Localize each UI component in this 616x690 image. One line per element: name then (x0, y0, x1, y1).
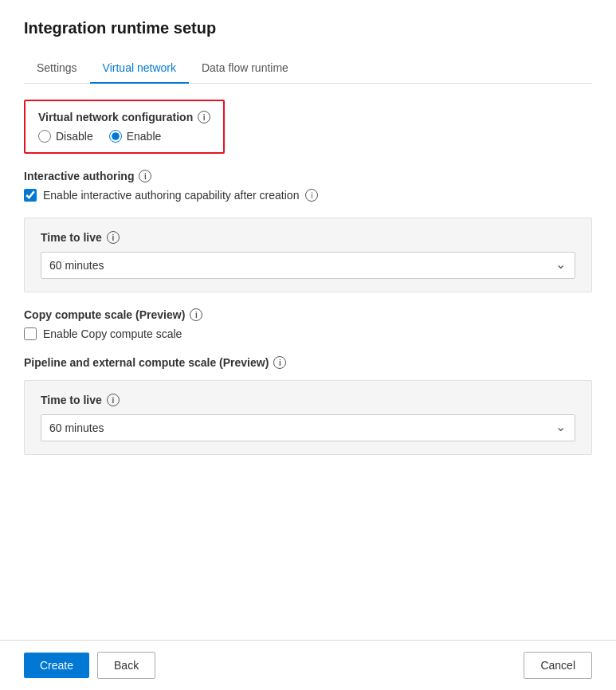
radio-disable[interactable]: Disable (38, 130, 93, 143)
virtual-network-config-label: Virtual network configuration (38, 111, 193, 123)
copy-compute-scale-checkbox-label: Enable Copy compute scale (43, 327, 182, 340)
tab-virtual-network[interactable]: Virtual network (90, 53, 189, 84)
radio-disable-input[interactable] (38, 130, 51, 143)
pipeline-external-compute-section: Pipeline and external compute scale (Pre… (24, 356, 592, 455)
time-to-live-panel-1: Time to live i 0 minutes 15 minutes 30 m… (24, 218, 592, 292)
radio-enable-label: Enable (127, 130, 162, 143)
time-to-live-1-select[interactable]: 0 minutes 15 minutes 30 minutes 60 minut… (41, 252, 575, 279)
time-to-live-1-label: Time to live (41, 231, 102, 244)
time-to-live-1-info-icon[interactable]: i (107, 231, 120, 244)
create-button[interactable]: Create (24, 653, 89, 678)
copy-compute-scale-section: Copy compute scale (Preview) i Enable Co… (24, 308, 592, 340)
back-button[interactable]: Back (97, 652, 155, 679)
interactive-authoring-checkbox-row: Enable interactive authoring capability … (24, 189, 592, 202)
pipeline-external-compute-info-icon[interactable]: i (273, 356, 286, 369)
time-to-live-2-select-wrapper: 0 minutes 15 minutes 30 minutes 60 minut… (41, 414, 575, 441)
tab-settings[interactable]: Settings (24, 53, 90, 84)
interactive-authoring-info-icon[interactable]: i (139, 170, 151, 182)
radio-enable-input[interactable] (109, 130, 122, 143)
time-to-live-2-info-icon[interactable]: i (107, 394, 120, 406)
copy-compute-scale-label: Copy compute scale (Preview) (24, 308, 185, 321)
radio-disable-label: Disable (56, 130, 93, 143)
page-title: Integration runtime setup (24, 19, 592, 37)
cancel-button[interactable]: Cancel (524, 652, 592, 679)
time-to-live-2-select[interactable]: 0 minutes 15 minutes 30 minutes 60 minut… (41, 414, 575, 441)
interactive-authoring-checkbox-label: Enable interactive authoring capability … (43, 189, 299, 202)
radio-enable[interactable]: Enable (109, 130, 162, 143)
tab-data-flow-runtime[interactable]: Data flow runtime (189, 53, 301, 84)
time-to-live-panel-2: Time to live i 0 minutes 15 minutes 30 m… (24, 380, 592, 455)
pipeline-external-compute-label: Pipeline and external compute scale (Pre… (24, 356, 269, 369)
virtual-network-radio-group: Disable Enable (38, 130, 210, 143)
copy-compute-scale-info-icon[interactable]: i (190, 308, 202, 321)
interactive-authoring-checkbox[interactable] (24, 189, 37, 202)
time-to-live-1-select-wrapper: 0 minutes 15 minutes 30 minutes 60 minut… (41, 252, 575, 279)
copy-compute-scale-checkbox[interactable] (24, 327, 37, 340)
copy-compute-scale-checkbox-row: Enable Copy compute scale (24, 327, 592, 340)
virtual-network-config-info-icon[interactable]: i (198, 111, 210, 123)
interactive-authoring-section: Interactive authoring i Enable interacti… (24, 170, 592, 202)
interactive-authoring-checkbox-info-icon[interactable]: i (305, 189, 318, 202)
tab-bar: Settings Virtual network Data flow runti… (24, 53, 592, 84)
interactive-authoring-label: Interactive authoring (24, 170, 134, 182)
time-to-live-2-label: Time to live (41, 394, 102, 406)
bottom-bar: Create Back Cancel (0, 640, 616, 690)
virtual-network-config-box: Virtual network configuration i Disable … (24, 100, 225, 154)
